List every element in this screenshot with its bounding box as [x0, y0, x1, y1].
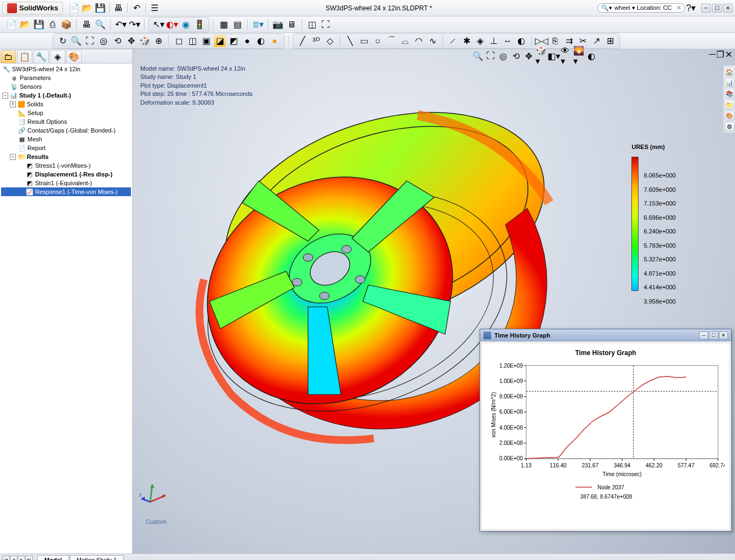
tree-mesh[interactable]: ▦Mesh	[1, 135, 131, 144]
vp-hide-icon[interactable]: 👁▾	[561, 50, 572, 61]
tree-displacement[interactable]: ◩Displacement1 (-Res disp-)	[1, 170, 131, 179]
tree-setup[interactable]: 📐Setup	[1, 108, 131, 117]
design-library-icon[interactable]: 📚	[725, 89, 734, 99]
vp-zoom-sel-icon[interactable]: ◎	[498, 50, 509, 61]
roll-icon[interactable]: 🎲	[139, 35, 151, 47]
rotate-icon[interactable]: ⟲	[111, 35, 123, 47]
vp-rotate-icon[interactable]: ⟲	[510, 50, 521, 61]
print-preview-icon[interactable]: 🔍	[94, 19, 106, 31]
print2-icon[interactable]: 🖶	[81, 19, 93, 31]
arc-icon[interactable]: ⌒	[385, 35, 397, 47]
motion-study-tab[interactable]: Motion Study 1	[70, 555, 124, 560]
capture-icon[interactable]: 📷	[272, 19, 284, 31]
list-icon[interactable]: ▤	[231, 19, 243, 31]
resources-icon[interactable]: 📊	[725, 78, 734, 88]
wireframe-icon[interactable]: ◻	[173, 35, 185, 47]
3d-viewport[interactable]: 🔍 ⛶ ◎ ⟲ ✥ 🎲▾ ◧▾ 👁▾ 🌄▾ ◐ ─ ❐ ✕ Model name…	[133, 49, 735, 553]
home-icon[interactable]: 🏠	[725, 67, 734, 77]
print-icon[interactable]: 🖶	[113, 3, 124, 14]
tab-prev-button[interactable]: ◂	[10, 556, 18, 561]
traffic-icon[interactable]: 🚦	[193, 19, 206, 31]
plane-icon[interactable]: ◈	[474, 35, 486, 47]
vp-zoom-fit-icon[interactable]: 🔍	[472, 50, 483, 61]
sketch-line-icon[interactable]: ╱	[297, 35, 309, 47]
vp-close-button[interactable]: ✕	[725, 49, 732, 60]
config-manager-tab[interactable]: 🔧	[33, 50, 49, 63]
tree-solids[interactable]: +🟧Solids	[1, 100, 131, 108]
pattern-icon[interactable]: ⊞	[604, 35, 616, 47]
tree-report[interactable]: 📄Report	[1, 144, 131, 152]
collapse-icon[interactable]: −	[10, 154, 16, 160]
point-icon[interactable]: ✱	[460, 35, 472, 47]
screen-icon[interactable]: 🖥	[286, 19, 298, 31]
search-input[interactable]: 🔍▾ wheel ▾ Location: CC ✕	[597, 3, 685, 13]
convert-icon[interactable]: ◐	[515, 35, 527, 47]
lasso-icon[interactable]: ◉	[180, 19, 192, 31]
vp-pan-icon[interactable]: ✥	[523, 50, 534, 61]
graph-close-button[interactable]: ✕	[719, 332, 728, 339]
shaded-edges-icon[interactable]: ◪	[214, 35, 226, 47]
spline-icon[interactable]: ∿	[426, 35, 438, 47]
tree-root[interactable]: 🔧SW3dPS-wheel 24 x 12in	[1, 65, 131, 73]
tab-next-button[interactable]: ▸	[18, 556, 25, 561]
save-disk-icon[interactable]: 💾	[33, 19, 45, 31]
vp-apply-icon[interactable]: ◐	[586, 50, 597, 61]
hidden-gray-icon[interactable]: ▣	[200, 35, 212, 47]
pan-icon[interactable]: ✥	[125, 35, 137, 47]
tab-last-button[interactable]: ▸|	[25, 556, 33, 561]
realview-icon[interactable]: ●	[269, 35, 281, 47]
zoom-window-icon[interactable]: ⛶	[84, 35, 96, 47]
save-all-icon[interactable]: ⎙	[47, 19, 59, 31]
tree-parameters[interactable]: φParameters	[1, 73, 131, 82]
tree-result-options[interactable]: 📑Result Options	[1, 117, 131, 126]
vp-scene-icon[interactable]: 🌄▾	[573, 50, 584, 61]
new-doc-icon[interactable]: 📄	[5, 19, 18, 31]
render-tab[interactable]: 🎨	[66, 50, 82, 63]
centerline-icon[interactable]: ⟋	[447, 35, 459, 47]
rebuild-icon[interactable]: ☰	[149, 3, 160, 14]
app-logo[interactable]: SolidWorks	[2, 2, 63, 15]
tree-strain[interactable]: ◩Strain1 (-Equivalent-)	[1, 179, 131, 187]
file-explorer-icon[interactable]: 📁	[725, 100, 734, 110]
tree-stress[interactable]: ◩Stress1 (-vonMises-)	[1, 161, 131, 170]
undo-icon[interactable]: ↶	[131, 3, 142, 14]
new-icon[interactable]: 📄	[69, 3, 79, 14]
vp-minimize-button[interactable]: ─	[709, 49, 715, 60]
hidden-icon[interactable]: ◫	[186, 35, 198, 47]
package-icon[interactable]: 📦	[60, 19, 72, 31]
open-file-icon[interactable]: 📂	[19, 19, 31, 31]
tree-results[interactable]: −📁Results	[1, 152, 131, 161]
fullscreen-icon[interactable]: ⛶	[320, 19, 332, 31]
zoom-icon[interactable]: 🔍	[70, 35, 82, 47]
tree-response[interactable]: 📈Response1 (-Time-von Mises-)	[1, 187, 131, 196]
appearances-icon[interactable]: ⚙	[725, 122, 734, 132]
panel-icon[interactable]: ◫	[306, 19, 318, 31]
dimxpert-tab[interactable]: ◈	[50, 50, 65, 63]
redo-icon[interactable]: ↷▾	[128, 19, 140, 31]
options-icon[interactable]: ≣▾	[252, 19, 264, 31]
maximize-button[interactable]: ☐	[712, 4, 722, 13]
sketch-3d-icon[interactable]: ³ᴰ	[310, 35, 322, 47]
circle-icon[interactable]: ○	[372, 35, 384, 47]
save-icon[interactable]: 💾	[95, 3, 106, 14]
search-clear-icon[interactable]: ✕	[676, 4, 681, 12]
copy-icon[interactable]: ⎘	[549, 35, 561, 47]
shadow-icon[interactable]: ●	[241, 35, 253, 47]
select-tool-icon[interactable]: ↖▾	[152, 19, 164, 31]
view-palette-icon[interactable]: 🎨	[725, 111, 734, 121]
vp-view-icon[interactable]: 🎲▾	[535, 50, 546, 61]
shaded-icon[interactable]: ◩	[227, 35, 240, 47]
graph-maximize-button[interactable]: ☐	[709, 332, 718, 339]
dim2-icon[interactable]: ↔	[502, 35, 514, 47]
section-icon[interactable]: ◐	[255, 35, 267, 47]
open-icon[interactable]: 📂	[82, 3, 93, 14]
rect-icon[interactable]: ▭	[358, 35, 370, 47]
feature-tree-tab[interactable]: 🗀	[1, 50, 16, 63]
move-icon[interactable]: ↗	[590, 35, 602, 47]
time-history-graph-window[interactable]: Time History Graph ─ ☐ ✕ Time History Gr…	[480, 329, 732, 532]
vp-zoom-area-icon[interactable]: ⛶	[485, 50, 496, 61]
axis-triad[interactable]: z	[139, 479, 172, 512]
help-icon[interactable]: ?▾	[686, 3, 696, 13]
filter-icon[interactable]: ◐▾	[166, 19, 178, 31]
vp-display-icon[interactable]: ◧▾	[548, 50, 559, 61]
